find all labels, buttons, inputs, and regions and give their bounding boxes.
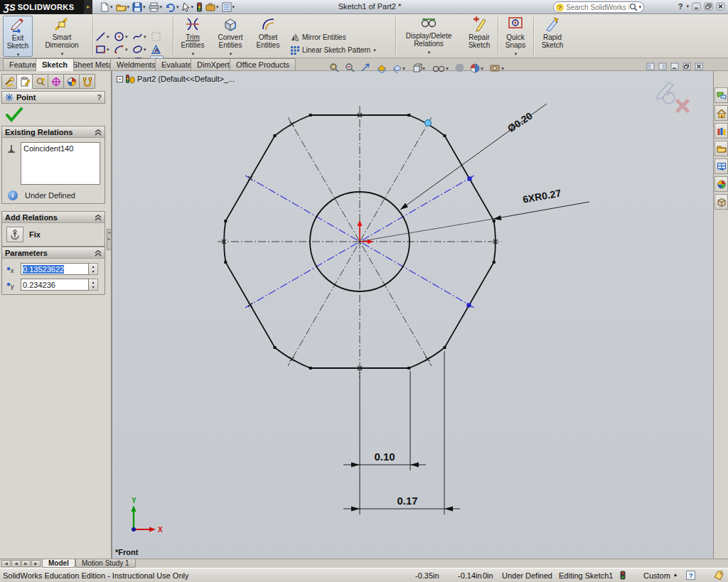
config-magnifier-icon [36,77,46,87]
dimension-radius[interactable]: 6XR0.27 [522,187,562,205]
collapse-chevron-icon[interactable] [95,249,102,257]
collapse-chevron-icon[interactable] [95,129,102,136]
x-coordinate-field[interactable]: 0.13523622 [21,263,89,275]
doc-minimize-icon[interactable] [670,63,679,70]
x-spinner[interactable]: ▴▾ [89,263,98,275]
y-coordinate-field[interactable]: 0.234236 [21,279,89,291]
doc-close-icon[interactable] [695,63,703,70]
quick-snaps-button[interactable]: QuickSnaps ▾ [500,16,530,57]
save-button[interactable]: ▾ [132,1,146,13]
repair-sketch-button[interactable]: RepairSketch [462,16,496,57]
property-help-button[interactable]: ? [97,93,102,102]
solidworks-forum-button[interactable] [714,87,728,103]
dimension-0-17[interactable]: 0.17 [397,495,417,507]
doc-restore-icon[interactable] [682,63,691,70]
search-input[interactable] [566,4,629,11]
status-help-icon[interactable]: ? [686,571,695,581]
tab-dimxpert-manager[interactable] [48,74,64,89]
text-tool[interactable]: A [151,44,161,55]
existing-relations-header[interactable]: Existing Relations [2,126,105,138]
mirror-entities-button[interactable]: Mirror Entities [290,33,346,42]
tab-configuration-manager[interactable] [33,74,48,89]
close-button[interactable] [716,2,725,11]
custom-properties-icon [717,198,727,207]
dimension-diameter[interactable]: Ø0.20 [505,110,535,134]
tab-next-button[interactable]: ▶ [21,560,31,567]
collapse-chevron-icon[interactable] [95,214,102,221]
add-relations-header[interactable]: Add Relations [2,212,105,223]
spline-tool[interactable]: ▾ [132,31,146,42]
units-dropdown-arrow[interactable]: ▴ [674,571,677,578]
menu-expand-arrow[interactable]: ▸ [84,0,92,14]
search-box[interactable]: ? ▾ [553,1,644,13]
arc-tool[interactable]: ▾ [114,44,128,55]
tab-feature-manager[interactable] [1,74,17,89]
wrench-icon [4,77,14,87]
smart-dimension-button[interactable]: SmartDimension ▾ [34,16,90,57]
offset-entities-button[interactable]: OffsetEntities [252,16,284,57]
file-properties-button[interactable]: ▾ [221,1,236,13]
parameters-header[interactable]: Parameters [2,247,105,259]
tab-weldments[interactable]: Weldments [110,58,162,70]
minimize-button[interactable] [692,2,701,11]
design-library-button[interactable] [714,123,728,139]
status-units[interactable]: Custom [643,571,670,580]
sketch-viewport[interactable]: 0.10 0.17 Ø0.20 6XR0.27 [112,71,714,559]
properties-list-icon [222,2,232,12]
open-document-button[interactable]: ▾ [115,1,131,13]
options-button[interactable]: ▾ [205,1,220,13]
appearances-scenes-button[interactable] [714,176,728,192]
y-spinner[interactable]: ▴▾ [89,279,98,291]
panel-splitter-handle[interactable]: ◂▸ [107,229,112,250]
tab-prev-button[interactable]: ◀ [11,560,21,567]
help-dropdown[interactable]: ▾ [686,4,689,9]
relations-listbox[interactable]: Coincident140 [21,142,100,185]
tab-motion-study[interactable]: Motion Study 1 [75,559,136,568]
linear-pattern-button[interactable]: Linear Sketch Pattern ▾ [290,45,376,55]
selected-point-lower[interactable] [467,303,471,308]
search-icon[interactable] [629,3,638,11]
search-dropdown[interactable]: ▾ [638,4,641,10]
rebuild-button[interactable] [196,1,203,13]
undo-button[interactable]: ▾ [164,1,180,13]
tab-first-button[interactable]: ◀ [1,560,11,567]
graphics-area[interactable]: ▾ ▾ ▾ ▾ ▾ + Part2 (Default<<Default>_... [112,71,713,559]
rapid-sketch-button[interactable]: RapidSketch [536,16,569,57]
print-button[interactable]: ▾ [148,1,164,13]
doc-cascade-right-icon[interactable] [658,63,667,70]
model-tab-bar: ◀ ◀ ▶ ▶ Model Motion Study 1 [0,559,728,568]
file-explorer-button[interactable] [714,141,728,156]
select-button[interactable]: ▾ [181,1,195,13]
doc-cascade-left-icon[interactable] [646,63,655,70]
tab-sketch[interactable]: Sketch [36,58,74,71]
view-palette-button[interactable] [714,158,728,174]
circle-tool[interactable]: ▾ [114,31,128,42]
selected-point-upper[interactable] [468,177,472,181]
exit-sketch-button[interactable]: ExitSketch ▾ [3,16,33,57]
dimension-0-10[interactable]: 0.10 [374,451,395,463]
display-delete-relations-button[interactable]: Display/DeleteRelations ▾ [398,16,459,57]
tab-property-manager[interactable] [17,74,33,89]
relation-item[interactable]: Coincident140 [23,144,97,153]
solidworks-resources-button[interactable] [714,105,728,121]
help-button[interactable]: ? [678,2,683,11]
status-tag-icon[interactable] [714,571,724,581]
fix-relation-button[interactable]: Fix [6,227,41,242]
active-point[interactable] [425,120,432,126]
tab-office-products[interactable]: Office Products [230,58,296,70]
convert-entities-button[interactable]: ConvertEntities ▾ [212,16,249,57]
tab-last-button[interactable]: ▶ [31,560,41,567]
restore-button[interactable] [704,2,713,11]
command-manager: ExitSketch ▾ SmartDimension ▾ ▾ ▾ ▾ ▾ ▾ … [0,14,728,58]
ellipse-tool[interactable]: ▾ [132,44,146,55]
rectangle-tool[interactable]: ▾ [95,44,109,55]
line-tool[interactable]: ▾ [95,31,109,42]
property-title: Point [16,93,36,102]
ok-button[interactable] [6,107,23,124]
trim-entities-button[interactable]: TrimEntities ▾ [176,16,209,57]
custom-properties-button[interactable] [714,194,728,210]
new-document-button[interactable]: ▾ [100,1,114,13]
tab-display-manager[interactable] [64,74,80,89]
tab-model[interactable]: Model [42,559,75,568]
tab-mate-manager[interactable] [80,74,95,89]
